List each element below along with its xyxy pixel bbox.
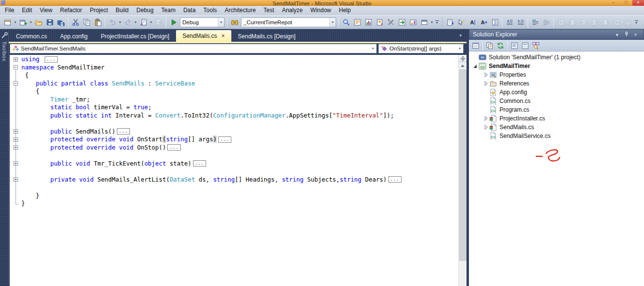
chevron-down-icon[interactable]: ▾ [456,47,463,50]
toolbox-collapsed-tab[interactable]: Toolbox [0,30,9,285]
menu-item-data[interactable]: Data [179,6,199,15]
toolbar-button-properties-window[interactable] [352,17,363,28]
collapse-node-icon[interactable] [472,63,479,69]
window-position-icon[interactable]: ▾ [612,32,622,37]
maximize-button[interactable]: □ [620,0,632,6]
menu-item-refactor[interactable]: Refactor [56,6,86,15]
toolbar-button-parameter-info[interactable]: A [467,17,478,28]
document-list-dropdown-icon[interactable]: ▾ [459,33,462,38]
toolbar-button-extension-manager[interactable] [407,17,419,28]
toolbar-button-save[interactable] [44,17,55,28]
se-show-all-files-button[interactable] [484,40,495,50]
menu-item-window[interactable]: Window [306,6,335,15]
dropdown-arrow-icon[interactable]: ▾ [133,17,138,28]
dropdown-arrow-icon[interactable]: ▾ [430,17,434,28]
menu-item-analyze[interactable]: Analyze [278,6,306,15]
toolbar-button-find-in-files[interactable] [229,17,240,28]
expand-region-icon[interactable]: + [14,129,18,134]
menu-item-project[interactable]: Project [86,6,112,15]
toolbar-button-performance-explorer[interactable] [363,17,374,28]
dropdown-arrow-icon[interactable]: ▾ [118,17,122,28]
menu-item-architecture[interactable]: Architecture [221,6,259,15]
find-combo[interactable]: _CurrentTimeRepot▾ [241,17,336,27]
collapse-region-icon[interactable]: − [14,81,18,85]
toolbar-button-document-outline[interactable] [489,17,500,28]
menu-item-file[interactable]: File [1,6,18,15]
type-dropdown[interactable]: SendMailTimer.SendMails ▾ [10,44,377,53]
tree-item-sendmails.cs[interactable]: SendMails.cs [469,123,644,132]
toolbar-button-find-in-solution[interactable] [340,17,352,28]
chevron-down-icon[interactable]: ▾ [329,18,336,27]
tab-projectinstaller.cs-design-[interactable]: ProjectInstaller.cs [Design] [95,31,176,42]
menu-item-build[interactable]: Build [112,6,133,15]
collapsed-region-box[interactable]: ... [167,144,180,151]
toolbar-button-next-bookmark[interactable] [589,17,600,28]
close-icon[interactable]: × [631,32,640,37]
tab-sendmails.cs[interactable]: SendMails.cs× [176,30,231,42]
toolbar-button-cut[interactable] [70,17,81,28]
menu-item-team[interactable]: Team [158,6,179,15]
toolbar-button-prev-bookmark-folder[interactable] [566,17,578,28]
code-editor[interactable]: +using ...−namespace SendMailTimer {− pu… [10,55,467,286]
code-area[interactable]: +using ...−namespace SendMailTimer {− pu… [10,55,458,286]
toolbar-button-open-file[interactable] [33,17,44,28]
toolbar-button-new-window[interactable] [374,17,385,28]
chevron-down-icon[interactable]: ▾ [370,47,376,50]
toolbar-button-bookmark-window[interactable] [622,17,633,28]
solution-explorer-header[interactable]: Solution Explorer ▾ × [469,29,644,40]
toolbar-button-add-item[interactable] [17,17,29,28]
scroll-up-button[interactable] [459,62,467,69]
se-properties-button[interactable] [470,40,481,50]
toolbar-button-quick-info[interactable] [456,17,467,28]
tab-common.cs[interactable]: Common.cs [10,31,53,42]
expand-region-icon[interactable]: + [14,161,18,166]
scrollbar-thumb[interactable] [459,69,467,261]
minimize-button[interactable]: – [607,0,620,6]
toolbar-button-uncomment-selection[interactable] [541,17,552,28]
collapsed-region-box[interactable]: ... [218,136,231,143]
member-dropdown[interactable]: OnStart(string[] args) ▾ [378,44,464,53]
menu-item-edit[interactable]: Edit [18,6,36,15]
tree-item-program.cs[interactable]: C#Program.cs [469,105,644,114]
tree-item-sendmailtimer[interactable]: C#SendMailTimer [469,62,644,70]
expand-region-icon[interactable]: + [14,57,18,62]
tree-item-solution-sendmailtimer-1-project-[interactable]: ∞Solution 'SendMailTimer' (1 project) [469,53,644,62]
tab-sendmails.cs-design-[interactable]: SendMails.cs [Design] [232,31,302,42]
tree-item-properties[interactable]: Properties [469,70,644,79]
se-class-diagram-button[interactable] [531,40,541,50]
toolbar-button-paste[interactable] [92,17,103,28]
toolbar-button-comment-selection[interactable] [530,17,541,28]
close-button[interactable]: × [632,0,644,6]
toolbar-button-redo[interactable] [122,17,133,28]
tree-item-common.cs[interactable]: C#Common.cs [469,97,644,105]
menu-item-tools[interactable]: Tools [199,6,221,15]
dropdown-arrow-icon[interactable]: ▾ [149,17,153,28]
dropdown-arrow-icon[interactable]: ▾ [13,17,17,28]
menu-item-help[interactable]: Help [335,6,355,15]
chevron-down-icon[interactable]: ▾ [218,18,224,27]
toolbar-button-undo[interactable] [107,17,118,28]
toolbar-button-navigate-backward[interactable] [138,17,149,28]
toolbar-button-navigate-forward[interactable] [153,17,164,28]
se-refresh-button[interactable] [495,40,506,50]
toolbar-overflow-button[interactable]: ▾ [434,17,440,28]
se-view-code-button[interactable] [509,40,520,50]
expand-node-icon[interactable] [483,115,489,122]
toolbar-button-word-completion[interactable]: A [478,17,489,28]
collapse-region-icon[interactable]: − [14,65,18,69]
tab-close-icon[interactable]: × [222,33,225,39]
tree-item-app.config[interactable]: App.config [469,88,644,97]
expand-region-icon[interactable]: + [14,145,18,150]
collapsed-region-box[interactable]: ... [45,56,58,63]
expand-node-icon[interactable] [483,71,489,78]
se-view-designer-button[interactable] [520,40,531,50]
expand-node-icon[interactable] [483,124,489,131]
menu-item-view[interactable]: View [36,6,56,15]
tree-item-references[interactable]: References [469,79,644,88]
tree-item-projectinstaller.cs[interactable]: ProjectInstaller.cs [469,114,644,123]
dropdown-arrow-icon[interactable]: ▾ [29,17,33,28]
toolbar-button-active-files[interactable] [419,17,430,28]
toolbar-button-decrease-indent[interactable] [504,17,515,28]
collapsed-region-box[interactable]: ... [117,128,130,135]
vertical-scrollbar[interactable] [458,55,467,286]
